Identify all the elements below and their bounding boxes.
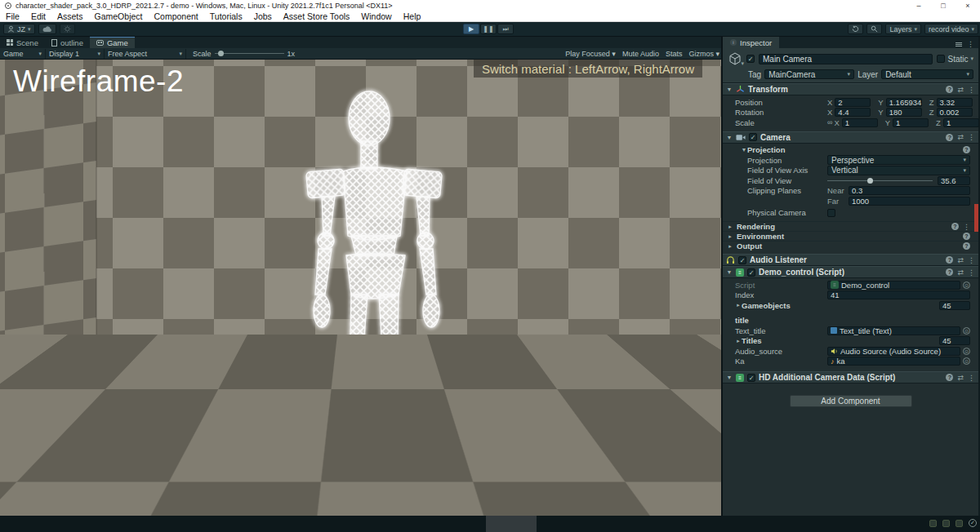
active-checkbox[interactable]: ✓ [746, 55, 755, 63]
foldout-icon[interactable]: ▼ [726, 375, 733, 380]
demo-control-header[interactable]: ▼ ≡ ✓ Demo_control (Script) ?⇄⋮ [723, 266, 978, 278]
text-title-object-field[interactable]: Text_title (Text) [827, 326, 960, 335]
presets-icon[interactable]: ⇄ [957, 374, 964, 382]
menu-assets[interactable]: Assets [51, 11, 89, 21]
audio-listener-header[interactable]: ✓ Audio Listener ?⇄⋮ [723, 254, 978, 266]
rotation-z-field[interactable]: 0.002 [937, 108, 973, 117]
undo-history-button[interactable] [848, 24, 863, 34]
hd-camera-data-checkbox[interactable]: ✓ [747, 374, 755, 382]
help-icon[interactable]: ? [946, 134, 953, 141]
gizmos-dropdown[interactable]: Gizmos ▾ [688, 50, 719, 58]
kebab-menu-icon[interactable]: ⋮ [968, 133, 975, 141]
menu-jobs[interactable]: Jobs [248, 11, 278, 21]
fov-slider-knob[interactable] [867, 178, 873, 184]
presets-icon[interactable]: ⇄ [957, 133, 964, 141]
console-icon[interactable] [929, 520, 937, 527]
play-focused-dropdown[interactable]: Play Focused ▾ [565, 50, 616, 58]
projection-dropdown[interactable]: Perspective ▾ [827, 155, 970, 165]
link-scale-icon[interactable]: ∞ [827, 118, 832, 126]
object-picker-icon[interactable]: ⊙ [963, 282, 970, 289]
scale-slider[interactable] [215, 53, 284, 54]
environment-section[interactable]: ▸ Environment ? [723, 231, 978, 241]
minimize-button[interactable]: – [906, 0, 931, 11]
fov-axis-dropdown[interactable]: Vertical ▾ [827, 166, 970, 175]
help-icon[interactable]: ? [946, 268, 953, 276]
help-icon[interactable]: ? [963, 233, 970, 240]
kebab-menu-icon[interactable]: ⋮ [968, 268, 975, 277]
maximize-button[interactable]: □ [931, 0, 956, 11]
rotation-y-field[interactable]: 180 [886, 108, 922, 117]
help-icon[interactable]: ? [963, 242, 970, 250]
scale-x-field[interactable]: 1 [842, 118, 878, 127]
gameobjects-row[interactable]: ▸ Gameobjects 45 [723, 300, 978, 311]
object-picker-icon[interactable]: ⊙ [963, 327, 970, 335]
kebab-menu-icon[interactable]: ⋮ [963, 223, 970, 231]
tag-dropdown[interactable]: MainCamera ▾ [764, 69, 854, 79]
tab-inspector[interactable]: i Inspector [723, 37, 779, 48]
menu-help[interactable]: Help [398, 11, 427, 21]
display-dropdown[interactable]: Display 1 ▾ [46, 49, 105, 59]
layers-dropdown[interactable]: Layers ▾ [885, 24, 921, 34]
kebab-menu-icon[interactable]: ⋮ [968, 374, 975, 382]
help-icon[interactable]: ? [963, 146, 970, 153]
search-button[interactable] [866, 24, 882, 34]
tab-outline[interactable]: outline [45, 37, 90, 48]
gameobject-name-field[interactable]: Main Camera [759, 54, 933, 64]
tab-game[interactable]: Game [90, 37, 135, 48]
notification-icon[interactable] [956, 520, 963, 527]
position-y-field[interactable]: 1.165934 [886, 98, 922, 107]
camera-enabled-checkbox[interactable]: ✓ [749, 133, 757, 141]
layout-icon[interactable] [956, 42, 962, 47]
foldout-icon[interactable]: ▼ [726, 86, 733, 92]
scale-y-field[interactable]: 1 [893, 118, 929, 127]
menu-window[interactable]: Window [355, 11, 397, 21]
transform-header[interactable]: ▼ Transform ?⇄⋮ [723, 83, 978, 95]
help-icon[interactable]: ? [946, 256, 953, 264]
static-checkbox[interactable] [937, 55, 945, 63]
game-viewport[interactable]: Wireframe-2 Switch material : LeftArrow,… [0, 60, 721, 516]
object-picker-icon[interactable]: ⊙ [963, 348, 970, 355]
fov-slider[interactable]: 35.6 [827, 176, 970, 185]
menu-file[interactable]: File [0, 11, 25, 21]
menu-edit[interactable]: Edit [25, 11, 51, 21]
help-icon[interactable]: ? [946, 374, 953, 381]
kebab-menu-icon[interactable]: ⋮ [968, 256, 975, 264]
mute-audio-button[interactable]: Mute Audio [622, 50, 659, 58]
titles-row[interactable]: ▸ Titles 45 [723, 336, 978, 347]
cache-icon[interactable] [942, 520, 950, 527]
fov-value-field[interactable]: 35.6 [938, 176, 970, 185]
gameobject-cube-icon[interactable]: ▾ [728, 51, 742, 66]
hd-camera-data-header[interactable]: ▼ ≡ ✓ HD Additional Camera Data (Script)… [723, 371, 978, 383]
gameobjects-size-field[interactable]: 45 [939, 301, 970, 310]
step-button[interactable]: ⏭ [497, 24, 514, 34]
layer-dropdown[interactable]: Default ▾ [881, 69, 973, 79]
play-button[interactable]: ▶ [463, 24, 479, 34]
game-view-dropdown[interactable]: Game ▾ [0, 49, 46, 59]
layout-dropdown[interactable]: record video ▾ [924, 24, 978, 34]
menu-asset-store-tools[interactable]: Asset Store Tools [278, 11, 356, 21]
next-arrow-icon[interactable]: > [703, 494, 715, 514]
check-circle-icon[interactable]: ✓ [969, 519, 977, 527]
account-button[interactable]: JZ ▾ [3, 24, 35, 34]
pause-button[interactable]: ❚❚ [480, 24, 497, 34]
foldout-icon[interactable]: ▼ [726, 269, 733, 275]
menu-component[interactable]: Component [148, 11, 203, 21]
aspect-dropdown[interactable]: Free Aspect ▾ [105, 49, 186, 59]
position-x-field[interactable]: 2 [835, 98, 871, 107]
cloud-button[interactable] [38, 24, 56, 34]
demo-control-checkbox[interactable]: ✓ [747, 268, 755, 277]
kebab-menu-icon[interactable]: ⋮ [968, 86, 975, 94]
index-field[interactable]: 41 [827, 290, 970, 299]
services-button[interactable] [60, 24, 75, 34]
menu-tutorials[interactable]: Tutorials [204, 11, 248, 21]
titles-size-field[interactable]: 45 [939, 336, 970, 345]
output-section[interactable]: ▸ Output ? [723, 241, 978, 250]
position-z-field[interactable]: 3.32 [937, 98, 973, 107]
far-field[interactable]: 1000 [849, 197, 970, 206]
rendering-section[interactable]: ▸ Rendering ?⋮ [723, 221, 978, 231]
help-icon[interactable]: ? [951, 223, 959, 230]
scale-z-field[interactable]: 1 [943, 118, 979, 127]
physical-camera-checkbox[interactable] [827, 209, 835, 217]
help-icon[interactable]: ? [946, 86, 953, 93]
add-component-button[interactable]: Add Component [790, 395, 912, 407]
